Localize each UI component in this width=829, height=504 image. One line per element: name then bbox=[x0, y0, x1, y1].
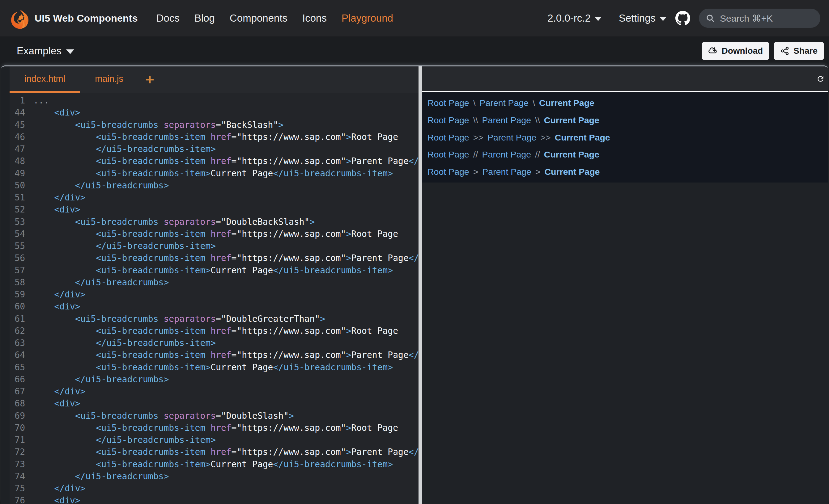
navbar-links: DocsBlogComponentsIconsPlayground bbox=[156, 12, 393, 24]
ui5-phoenix-logo-icon bbox=[10, 7, 29, 30]
code-line: 60 <div> bbox=[9, 301, 419, 313]
version-dropdown[interactable]: 2.0.0-rc.2 bbox=[547, 12, 601, 24]
line-number: 64 bbox=[9, 349, 25, 361]
code-line: 45 <ui5-breadcrumbs separators="BackSlas… bbox=[9, 119, 419, 131]
preview-content: Root Page\Parent Page\Current PageRoot P… bbox=[422, 92, 828, 183]
search-input[interactable]: Search ⌘+K bbox=[699, 9, 820, 28]
breadcrumb-link[interactable]: Root Page bbox=[428, 115, 469, 125]
code-text: <ui5-breadcrumbs-item>Current Page</ui5-… bbox=[33, 458, 393, 470]
code-text: </ui5-breadcrumbs-item> bbox=[33, 143, 216, 155]
tab-index.html[interactable]: index.html bbox=[9, 66, 80, 93]
line-number: 54 bbox=[9, 228, 25, 240]
code-text: <ui5-breadcrumbs-item href="https://www.… bbox=[33, 252, 419, 264]
examples-dropdown[interactable]: Examples bbox=[17, 45, 74, 57]
breadcrumb-link[interactable]: Parent Page bbox=[482, 167, 531, 177]
preview-toolbar bbox=[422, 66, 828, 91]
line-number: 74 bbox=[9, 470, 25, 482]
code-line: 52 <div> bbox=[9, 203, 419, 216]
add-tab-button[interactable] bbox=[138, 66, 161, 93]
breadcrumb-link[interactable]: Root Page bbox=[428, 132, 469, 143]
code-text: <ui5-breadcrumbs-item href="https://www.… bbox=[33, 131, 398, 143]
download-icon bbox=[708, 46, 717, 55]
code-line: 72 <ui5-breadcrumbs-item href="https://w… bbox=[9, 446, 419, 458]
breadcrumb-link[interactable]: Root Page bbox=[428, 150, 469, 160]
breadcrumb-separator: \ bbox=[473, 98, 476, 108]
search-icon bbox=[706, 13, 715, 23]
line-number: 48 bbox=[9, 155, 25, 167]
code-text: <div> bbox=[33, 301, 80, 313]
line-number: 69 bbox=[9, 410, 25, 422]
code-text: </div> bbox=[33, 288, 85, 301]
chevron-down-icon bbox=[660, 17, 666, 21]
code-text: </div> bbox=[33, 482, 85, 495]
line-number: 71 bbox=[9, 434, 25, 446]
share-button[interactable]: Share bbox=[774, 42, 824, 60]
settings-dropdown[interactable]: Settings bbox=[619, 12, 666, 24]
line-number: 68 bbox=[9, 397, 25, 410]
tab-main.js[interactable]: main.js bbox=[80, 66, 138, 93]
breadcrumb-link[interactable]: Root Page bbox=[428, 167, 469, 177]
breadcrumbs-row: Root Page\Parent Page\Current Page bbox=[428, 94, 828, 112]
github-icon[interactable] bbox=[675, 11, 690, 26]
download-button[interactable]: Download bbox=[701, 42, 769, 60]
code-line: 74 </ui5-breadcrumbs> bbox=[9, 470, 419, 482]
split-divider-handle[interactable] bbox=[419, 66, 422, 504]
code-text: </ui5-breadcrumbs-item> bbox=[33, 240, 216, 252]
line-number: 66 bbox=[9, 373, 25, 385]
line-number: 73 bbox=[9, 458, 25, 470]
line-number: 63 bbox=[9, 337, 25, 349]
playground-container: index.htmlmain.js 1...44 <div>45 <ui5-br… bbox=[1, 66, 828, 504]
breadcrumbs-row: Root Page//Parent Page//Current Page bbox=[428, 146, 828, 163]
code-text: <ui5-breadcrumbs separators="DoubleSlash… bbox=[33, 410, 294, 422]
line-number: 67 bbox=[9, 385, 25, 397]
code-text: <ui5-breadcrumbs-item>Current Page</ui5-… bbox=[33, 361, 393, 373]
breadcrumb-separator: // bbox=[473, 150, 478, 160]
breadcrumb-link[interactable]: Parent Page bbox=[480, 98, 529, 108]
code-text: <ui5-breadcrumbs-item href="https://www.… bbox=[33, 325, 398, 337]
share-label: Share bbox=[793, 46, 818, 56]
code-editor[interactable]: 1...44 <div>45 <ui5-breadcrumbs separato… bbox=[9, 93, 419, 504]
line-number: 61 bbox=[9, 313, 25, 325]
breadcrumb-separator: \ bbox=[533, 98, 535, 108]
code-text: </ui5-breadcrumbs> bbox=[33, 470, 169, 482]
nav-link-docs[interactable]: Docs bbox=[156, 12, 180, 24]
code-text: <ui5-breadcrumbs-item href="https://www.… bbox=[33, 422, 398, 434]
code-line: 76 <div> bbox=[9, 495, 419, 504]
examples-bar: Examples Download Share bbox=[0, 36, 829, 66]
breadcrumb-link[interactable]: Parent Page bbox=[488, 132, 536, 143]
breadcrumb-separator: \\ bbox=[473, 115, 478, 125]
breadcrumb-link[interactable]: Parent Page bbox=[482, 150, 531, 160]
code-text: </ui5-breadcrumbs-item> bbox=[33, 337, 216, 349]
code-line: 59 </div> bbox=[9, 288, 419, 301]
code-text: <ui5-breadcrumbs-item href="https://www.… bbox=[33, 155, 419, 167]
breadcrumb-link[interactable]: Root Page bbox=[428, 98, 469, 108]
breadcrumbs-row: Root Page\\Parent Page\\Current Page bbox=[428, 112, 828, 129]
refresh-button[interactable] bbox=[816, 75, 825, 83]
code-line: 71 </ui5-breadcrumbs-item> bbox=[9, 434, 419, 446]
search-placeholder: Search ⌘+K bbox=[720, 13, 773, 24]
breadcrumbs-row: Root Page>Parent Page>Current Page bbox=[428, 163, 828, 181]
nav-link-components[interactable]: Components bbox=[230, 12, 287, 24]
nav-link-blog[interactable]: Blog bbox=[194, 12, 215, 24]
breadcrumb-current: Current Page bbox=[544, 150, 599, 160]
brand-title[interactable]: UI5 Web Components bbox=[35, 13, 138, 24]
preview-empty-area bbox=[422, 183, 828, 504]
editor-pane: index.htmlmain.js 1...44 <div>45 <ui5-br… bbox=[1, 66, 419, 504]
chevron-down-icon bbox=[66, 49, 74, 54]
breadcrumb-current: Current Page bbox=[544, 115, 599, 125]
line-number: 46 bbox=[9, 131, 25, 143]
line-number: 65 bbox=[9, 361, 25, 373]
top-navbar: UI5 Web Components DocsBlogComponentsIco… bbox=[0, 0, 829, 36]
code-line: 62 <ui5-breadcrumbs-item href="https://w… bbox=[9, 325, 419, 337]
code-text: </div> bbox=[33, 191, 85, 203]
code-text: <div> bbox=[33, 397, 80, 410]
code-line: 68 <div> bbox=[9, 397, 419, 410]
breadcrumb-current: Current Page bbox=[539, 98, 594, 108]
nav-link-icons[interactable]: Icons bbox=[302, 12, 327, 24]
breadcrumb-link[interactable]: Parent Page bbox=[482, 115, 531, 125]
settings-label: Settings bbox=[619, 12, 656, 24]
breadcrumb-separator: > bbox=[535, 167, 541, 177]
refresh-icon bbox=[816, 75, 825, 83]
version-label: 2.0.0-rc.2 bbox=[547, 12, 590, 24]
nav-link-playground[interactable]: Playground bbox=[341, 12, 393, 24]
